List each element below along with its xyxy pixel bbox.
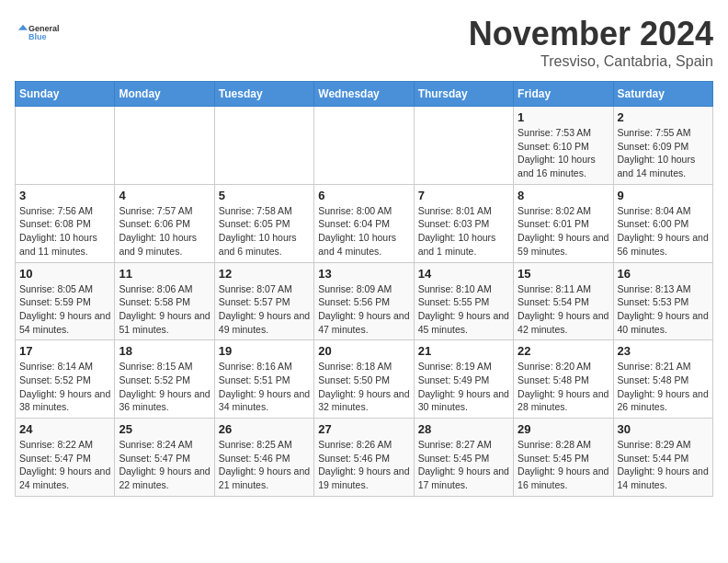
cell-w1-d3	[214, 107, 313, 185]
cell-w2-d3: 5Sunrise: 7:58 AM Sunset: 6:05 PM Daylig…	[214, 184, 313, 262]
day-info: Sunrise: 8:22 AM Sunset: 5:47 PM Dayligh…	[19, 438, 110, 492]
svg-text:Blue: Blue	[28, 32, 47, 41]
cell-w5-d4: 27Sunrise: 8:26 AM Sunset: 5:46 PM Dayli…	[314, 419, 414, 497]
week-row-2: 3Sunrise: 7:56 AM Sunset: 6:08 PM Daylig…	[16, 184, 713, 262]
day-info: Sunrise: 8:21 AM Sunset: 5:48 PM Dayligh…	[618, 360, 709, 414]
day-info: Sunrise: 8:24 AM Sunset: 5:47 PM Dayligh…	[119, 438, 210, 492]
logo: General Blue	[15, 15, 61, 52]
day-info: Sunrise: 8:13 AM Sunset: 5:53 PM Dayligh…	[618, 282, 709, 337]
day-info: Sunrise: 8:15 AM Sunset: 5:52 PM Dayligh…	[119, 360, 210, 414]
calendar-table: SundayMondayTuesdayWednesdayThursdayFrid…	[15, 81, 713, 497]
day-number: 26	[219, 422, 310, 436]
day-number: 6	[318, 189, 409, 202]
day-number: 22	[518, 344, 609, 358]
cell-w5-d3: 26Sunrise: 8:25 AM Sunset: 5:46 PM Dayli…	[214, 419, 313, 497]
month-title: November 2024	[469, 15, 713, 53]
day-number: 20	[318, 344, 409, 358]
cell-w2-d6: 8Sunrise: 8:02 AM Sunset: 6:01 PM Daylig…	[514, 184, 613, 262]
week-row-4: 17Sunrise: 8:14 AM Sunset: 5:52 PM Dayli…	[16, 340, 713, 419]
cell-w3-d2: 11Sunrise: 8:06 AM Sunset: 5:58 PM Dayli…	[115, 262, 214, 340]
day-number: 14	[418, 267, 509, 281]
cell-w4-d2: 18Sunrise: 8:15 AM Sunset: 5:52 PM Dayli…	[115, 340, 214, 419]
day-info: Sunrise: 7:53 AM Sunset: 6:10 PM Dayligh…	[518, 126, 609, 180]
cell-w3-d5: 14Sunrise: 8:10 AM Sunset: 5:55 PM Dayli…	[414, 262, 513, 340]
day-number: 21	[418, 344, 509, 358]
day-number: 8	[518, 189, 609, 202]
day-number: 28	[418, 422, 509, 436]
day-info: Sunrise: 8:14 AM Sunset: 5:52 PM Dayligh…	[19, 360, 110, 414]
day-number: 17	[19, 344, 110, 358]
header-wednesday: Wednesday	[314, 82, 414, 107]
svg-text:General: General	[28, 24, 60, 33]
cell-w5-d2: 25Sunrise: 8:24 AM Sunset: 5:47 PM Dayli…	[115, 419, 214, 497]
day-info: Sunrise: 8:07 AM Sunset: 5:57 PM Dayligh…	[219, 282, 310, 337]
cell-w4-d4: 20Sunrise: 8:18 AM Sunset: 5:50 PM Dayli…	[314, 340, 414, 419]
day-info: Sunrise: 8:19 AM Sunset: 5:49 PM Dayligh…	[418, 360, 509, 414]
day-info: Sunrise: 8:00 AM Sunset: 6:04 PM Dayligh…	[318, 204, 409, 259]
day-info: Sunrise: 7:58 AM Sunset: 6:05 PM Dayligh…	[219, 204, 310, 259]
day-number: 3	[19, 189, 110, 202]
cell-w2-d5: 7Sunrise: 8:01 AM Sunset: 6:03 PM Daylig…	[414, 184, 513, 262]
title-area: November 2024 Tresviso, Cantabria, Spain	[469, 15, 713, 70]
day-number: 4	[119, 189, 210, 202]
cell-w5-d5: 28Sunrise: 8:27 AM Sunset: 5:45 PM Dayli…	[414, 419, 513, 497]
cell-w1-d7: 2Sunrise: 7:55 AM Sunset: 6:09 PM Daylig…	[613, 107, 712, 185]
day-number: 25	[119, 422, 210, 436]
cell-w4-d7: 23Sunrise: 8:21 AM Sunset: 5:48 PM Dayli…	[613, 340, 712, 419]
day-number: 10	[19, 267, 110, 281]
day-info: Sunrise: 7:55 AM Sunset: 6:09 PM Dayligh…	[618, 126, 709, 180]
cell-w3-d6: 15Sunrise: 8:11 AM Sunset: 5:54 PM Dayli…	[514, 262, 613, 340]
location-title: Tresviso, Cantabria, Spain	[469, 53, 713, 70]
day-number: 12	[219, 267, 310, 281]
day-number: 13	[318, 267, 409, 281]
day-info: Sunrise: 8:26 AM Sunset: 5:46 PM Dayligh…	[318, 438, 409, 492]
day-info: Sunrise: 7:57 AM Sunset: 6:06 PM Dayligh…	[119, 204, 210, 259]
cell-w5-d7: 30Sunrise: 8:29 AM Sunset: 5:44 PM Dayli…	[613, 419, 712, 497]
day-info: Sunrise: 8:27 AM Sunset: 5:45 PM Dayligh…	[418, 438, 509, 492]
cell-w2-d2: 4Sunrise: 7:57 AM Sunset: 6:06 PM Daylig…	[115, 184, 214, 262]
week-row-3: 10Sunrise: 8:05 AM Sunset: 5:59 PM Dayli…	[16, 262, 713, 340]
day-number: 27	[318, 422, 409, 436]
day-info: Sunrise: 8:01 AM Sunset: 6:03 PM Dayligh…	[418, 204, 509, 259]
day-number: 18	[119, 344, 210, 358]
cell-w5-d6: 29Sunrise: 8:28 AM Sunset: 5:45 PM Dayli…	[514, 419, 613, 497]
header-monday: Monday	[115, 82, 214, 107]
logo-svg: General Blue	[15, 15, 61, 52]
day-number: 19	[219, 344, 310, 358]
day-info: Sunrise: 8:05 AM Sunset: 5:59 PM Dayligh…	[19, 282, 110, 337]
cell-w5-d1: 24Sunrise: 8:22 AM Sunset: 5:47 PM Dayli…	[16, 419, 115, 497]
cell-w4-d1: 17Sunrise: 8:14 AM Sunset: 5:52 PM Dayli…	[16, 340, 115, 419]
cell-w2-d1: 3Sunrise: 7:56 AM Sunset: 6:08 PM Daylig…	[16, 184, 115, 262]
day-number: 7	[418, 189, 509, 202]
cell-w1-d4	[314, 107, 414, 185]
cell-w1-d6: 1Sunrise: 7:53 AM Sunset: 6:10 PM Daylig…	[514, 107, 613, 185]
cell-w3-d1: 10Sunrise: 8:05 AM Sunset: 5:59 PM Dayli…	[16, 262, 115, 340]
day-number: 11	[119, 267, 210, 281]
cell-w4-d5: 21Sunrise: 8:19 AM Sunset: 5:49 PM Dayli…	[414, 340, 513, 419]
day-info: Sunrise: 8:25 AM Sunset: 5:46 PM Dayligh…	[219, 438, 310, 492]
day-number: 9	[618, 189, 709, 202]
day-number: 5	[219, 189, 310, 202]
cell-w3-d7: 16Sunrise: 8:13 AM Sunset: 5:53 PM Dayli…	[613, 262, 712, 340]
header-sunday: Sunday	[16, 82, 115, 107]
cell-w4-d6: 22Sunrise: 8:20 AM Sunset: 5:48 PM Dayli…	[514, 340, 613, 419]
day-info: Sunrise: 8:06 AM Sunset: 5:58 PM Dayligh…	[119, 282, 210, 337]
day-info: Sunrise: 8:04 AM Sunset: 6:00 PM Dayligh…	[618, 204, 709, 259]
header: General Blue November 2024 Tresviso, Can…	[15, 15, 713, 70]
day-info: Sunrise: 8:02 AM Sunset: 6:01 PM Dayligh…	[518, 204, 609, 259]
day-info: Sunrise: 8:18 AM Sunset: 5:50 PM Dayligh…	[318, 360, 409, 414]
header-tuesday: Tuesday	[214, 82, 313, 107]
day-info: Sunrise: 8:11 AM Sunset: 5:54 PM Dayligh…	[518, 282, 609, 337]
header-saturday: Saturday	[613, 82, 712, 107]
day-info: Sunrise: 8:29 AM Sunset: 5:44 PM Dayligh…	[618, 438, 709, 492]
day-number: 1	[518, 110, 609, 124]
day-number: 29	[518, 422, 609, 436]
svg-marker-2	[18, 25, 28, 30]
cell-w2-d4: 6Sunrise: 8:00 AM Sunset: 6:04 PM Daylig…	[314, 184, 414, 262]
cell-w2-d7: 9Sunrise: 8:04 AM Sunset: 6:00 PM Daylig…	[613, 184, 712, 262]
day-number: 23	[618, 344, 709, 358]
day-info: Sunrise: 8:20 AM Sunset: 5:48 PM Dayligh…	[518, 360, 609, 414]
week-row-1: 1Sunrise: 7:53 AM Sunset: 6:10 PM Daylig…	[16, 107, 713, 185]
cell-w1-d5	[414, 107, 513, 185]
day-number: 30	[618, 422, 709, 436]
